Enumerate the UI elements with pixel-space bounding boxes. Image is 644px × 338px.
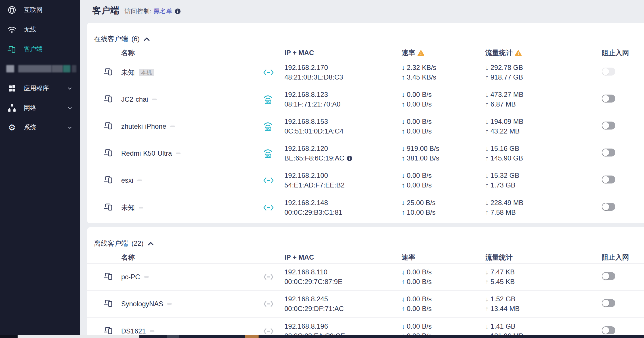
wired-connection-icon: [263, 327, 274, 335]
apps-grid-icon: [7, 84, 16, 93]
download-arrow-icon: ↓: [402, 118, 405, 125]
download-traffic: 15.16 GB: [490, 145, 519, 152]
block-toggle[interactable]: [602, 203, 615, 211]
sidebar-item-network[interactable]: 网络: [0, 98, 80, 118]
client-ip: 192.168.2.120: [284, 144, 402, 153]
download-arrow-icon: ↓: [402, 322, 405, 330]
upload-rate: 0.00 B/s: [407, 127, 432, 135]
client-device-icon: [104, 202, 113, 211]
warning-icon[interactable]: [418, 50, 424, 56]
client-device-icon: [104, 148, 113, 157]
sidebar-item-wireless[interactable]: 无线: [0, 20, 80, 39]
sidebar-item-label: 系统: [24, 123, 36, 132]
sidebar-item-redacted-device[interactable]: [0, 59, 80, 78]
block-toggle[interactable]: [602, 272, 615, 280]
upload-arrow-icon: ↑: [485, 100, 489, 108]
client-ip: 192.168.8.196: [284, 322, 402, 331]
download-arrow-icon: ↓: [402, 295, 405, 303]
client-name: SynologyNAS: [121, 300, 163, 308]
block-toggle[interactable]: [602, 68, 615, 76]
client-ip: 192.168.2.170: [284, 63, 402, 72]
wired-connection-icon: [263, 68, 274, 76]
svg-text:5G: 5G: [266, 128, 270, 131]
redacted-block: [72, 65, 76, 72]
collapse-caret-icon[interactable]: [144, 37, 150, 41]
column-block: 阻止入网: [602, 253, 644, 262]
connection-cell: 5G: [263, 68, 284, 76]
router-admin-screen: 互联网 无线: [0, 0, 644, 338]
client-mac: 48:21:0B:3E:D8:C3: [284, 72, 343, 82]
upload-rate: 0.00 B/s: [407, 100, 432, 108]
connection-cell: 5G: [263, 95, 284, 104]
upload-traffic: 6.87 MB: [490, 100, 516, 108]
info-icon[interactable]: [175, 8, 181, 14]
warning-icon[interactable]: [515, 50, 522, 56]
download-rate: 25.00 B/s: [407, 199, 435, 206]
online-client-rows: 未知 本机 5G: [87, 59, 644, 221]
upload-arrow-icon: ↑: [402, 278, 405, 285]
sidebar-item-applications[interactable]: 应用程序: [0, 78, 80, 98]
table-row: Redmi-K50-Ultra 5G: [87, 140, 644, 167]
upload-rate: 381.00 B/s: [407, 154, 439, 162]
column-rate: 速率: [402, 48, 415, 57]
block-toggle[interactable]: [602, 149, 615, 157]
column-name: 名称: [121, 253, 263, 262]
download-arrow-icon: ↓: [485, 172, 489, 179]
wifi-5g-icon: 5G: [263, 95, 273, 104]
upload-traffic: 13.44 MB: [490, 305, 520, 312]
client-mac: 00:0C:29:DF:71:AC: [284, 304, 344, 314]
chevron-down-icon: [67, 105, 72, 110]
mac-info-icon[interactable]: [347, 155, 353, 161]
taskbar-segment: [18, 335, 139, 338]
download-rate: 0.00 B/s: [407, 268, 432, 276]
sidebar-item-internet[interactable]: 互联网: [0, 0, 80, 20]
block-toggle[interactable]: [602, 122, 615, 130]
client-ip: 192.168.2.100: [284, 171, 402, 180]
access-control-label: 访问控制:: [125, 7, 151, 16]
sidebar-item-system[interactable]: ⚙ 系统: [0, 118, 80, 137]
column-ipmac: IP + MAC: [284, 49, 402, 57]
offline-section-title: 离线客户端: [94, 239, 128, 248]
download-rate: 919.00 B/s: [407, 145, 439, 152]
collapse-caret-icon[interactable]: [148, 241, 154, 246]
block-toggle[interactable]: [602, 299, 615, 307]
sidebar-item-label: 应用程序: [24, 84, 49, 93]
block-toggle[interactable]: [602, 326, 615, 334]
svg-text:5G: 5G: [266, 155, 270, 158]
upload-arrow-icon: ↑: [485, 278, 489, 285]
upload-traffic: 5.45 KB: [490, 278, 515, 285]
sidebar-item-clients[interactable]: 客户端: [0, 39, 80, 59]
main-content: 客户端 访问控制: 黑名单 在线客户端 (6): [80, 0, 644, 338]
taskbar-segment: [245, 335, 259, 338]
blacklist-link[interactable]: 黑名单: [154, 7, 172, 16]
client-device-icon: [104, 272, 113, 281]
client-mac: 00:0C:29:B3:C1:81: [284, 208, 342, 217]
column-traffic: 流量统计: [485, 253, 602, 262]
wired-connection-icon: [263, 273, 274, 281]
download-arrow-icon: ↓: [485, 145, 489, 152]
client-name: 未知: [121, 68, 135, 77]
wired-connection-icon: [263, 204, 274, 212]
upload-traffic: 1.73 GB: [490, 181, 515, 189]
client-ip: 192.168.8.245: [284, 294, 402, 304]
sidebar-item-label: 网络: [24, 104, 36, 112]
block-toggle[interactable]: [602, 176, 615, 183]
block-toggle[interactable]: [602, 95, 615, 103]
connection-cell: 5G: [263, 300, 284, 308]
upload-arrow-icon: ↑: [402, 127, 405, 135]
table-header: 名称 IP + MAC 速率 流量统计 阻止入网: [87, 251, 644, 264]
download-rate: 0.00 B/s: [407, 91, 432, 98]
client-device-icon: [104, 299, 113, 308]
local-device-badge: 本机: [139, 69, 154, 76]
download-arrow-icon: ↓: [485, 295, 489, 303]
download-arrow-icon: ↓: [485, 91, 489, 98]
upload-arrow-icon: ↑: [485, 154, 489, 162]
local-device-badge: [139, 207, 143, 208]
clients-icon: [7, 45, 16, 54]
upload-traffic: 7.58 MB: [490, 208, 516, 216]
redacted-block: [18, 65, 52, 72]
taskbar-segment: [0, 335, 18, 338]
sidebar: 互联网 无线: [0, 0, 80, 338]
download-traffic: 228.49 MB: [490, 199, 523, 206]
upload-arrow-icon: ↑: [485, 181, 489, 189]
